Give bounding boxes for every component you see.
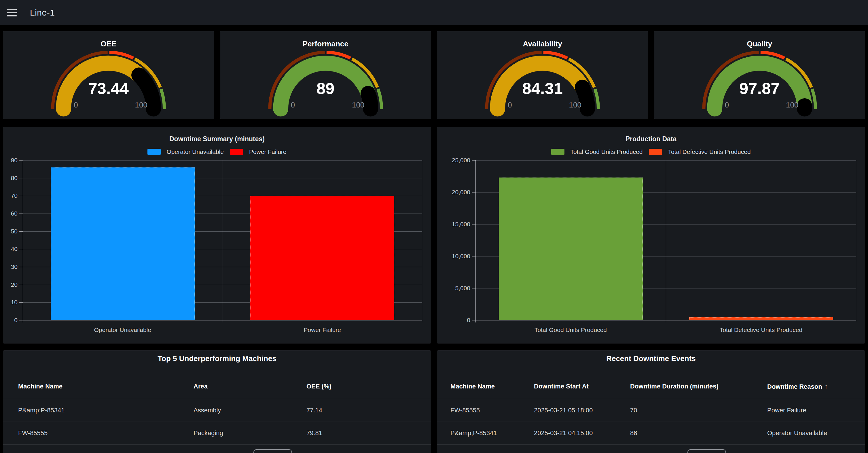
panel-downtime-summary-chart: Downtime Summary (minutes) Operator Unav…	[3, 127, 431, 343]
gauge-min-label: 0	[508, 100, 512, 110]
y-axis-tick	[19, 320, 23, 321]
table-pagination-button[interactable]	[687, 449, 726, 453]
gauge-max-label: 100	[786, 100, 798, 110]
table-body: FW-855552025-03-21 05:18:0070Power Failu…	[437, 399, 865, 445]
y-tick-label: 80	[3, 175, 18, 182]
table-cell: FW-85555	[18, 429, 193, 437]
legend-label: Total Good Units Produced	[570, 148, 643, 155]
panel-oee-gauge: OEE 73.44 0 100	[3, 31, 214, 119]
legend-item[interactable]: Operator Unavailable	[148, 148, 223, 155]
y-axis-tick	[472, 160, 475, 160]
y-tick-label: 10,000	[437, 253, 470, 260]
chart-title: Production Data	[437, 135, 865, 143]
y-tick-label: 50	[3, 228, 18, 235]
panel-performance-gauge: Performance 89 0 100	[220, 31, 431, 119]
table-cell: Assembly	[193, 406, 306, 414]
y-axis-tick	[472, 288, 475, 289]
panel-availability-gauge: Availability 84.31 0 100	[437, 31, 648, 119]
x-category-label: Total Defective Units Produced	[666, 327, 856, 333]
table-title: Top 5 Underperforming Machines	[3, 354, 431, 363]
y-axis-tick	[19, 160, 23, 160]
category-divider-line	[856, 160, 856, 323]
table-cell: 77.14	[306, 406, 422, 414]
legend-label: Total Defective Units Produced	[668, 148, 750, 155]
table-cell: FW-85555	[451, 406, 534, 414]
chart-title: Downtime Summary (minutes)	[3, 135, 431, 143]
legend-item[interactable]: Total Good Units Produced	[551, 148, 643, 155]
bar-total-defective-units-produced[interactable]	[689, 317, 833, 320]
table-cell: 2025-03-21 05:18:00	[534, 406, 630, 414]
table-row: FW-85555Packaging79.81	[3, 422, 431, 444]
x-category-label: Power Failure	[223, 327, 423, 333]
table-row: P&amp;P-853412025-03-21 04:15:0086Operat…	[437, 422, 865, 444]
y-axis-tick	[19, 302, 23, 303]
table-cell: Operator Unavailable	[767, 429, 856, 437]
gauge-value: 89	[220, 79, 431, 98]
y-tick-label: 70	[3, 192, 18, 199]
y-tick-label: 20	[3, 281, 18, 288]
y-tick-label: 60	[3, 210, 18, 217]
table-cell: 70	[630, 406, 767, 414]
column-header-downtime-duration-minutes-[interactable]: Downtime Duration (minutes)	[630, 383, 767, 390]
column-header-machine-name[interactable]: Machine Name	[18, 383, 193, 390]
gauge-max-label: 100	[569, 100, 581, 110]
table-cell: P&amp;P-85341	[451, 429, 534, 437]
legend-swatch-icon	[551, 149, 564, 155]
table-pagination-button[interactable]	[253, 449, 292, 453]
gauge-title: OEE	[3, 39, 214, 49]
menu-icon[interactable]	[7, 9, 17, 17]
top-navbar: Line-1	[0, 0, 868, 25]
y-axis-tick	[472, 256, 475, 256]
bar-total-good-units-produced[interactable]	[499, 178, 643, 320]
category-divider-line	[223, 160, 223, 323]
gauge-min-label: 0	[291, 100, 295, 110]
column-header-downtime-reason[interactable]: Downtime Reason↑	[767, 383, 856, 390]
table-title: Recent Downtime Events	[437, 354, 865, 363]
table-row-section: Top 5 Underperforming Machines Machine N…	[3, 351, 865, 453]
gauge-value: 84.31	[437, 79, 648, 98]
column-header-machine-name[interactable]: Machine Name	[451, 383, 534, 390]
y-tick-label: 0	[3, 317, 18, 324]
y-axis-tick	[472, 320, 475, 321]
y-tick-label: 90	[3, 157, 18, 164]
y-tick-label: 30	[3, 263, 18, 270]
bar-operator-unavailable[interactable]	[51, 168, 195, 320]
panel-production-data-chart: Production Data Total Good Units Produce…	[437, 127, 865, 343]
y-axis-tick	[19, 267, 23, 267]
y-axis-tick	[19, 249, 23, 249]
panel-recent-downtime-events-table: Recent Downtime Events Machine NameDownt…	[437, 351, 865, 453]
y-tick-label: 0	[437, 317, 470, 324]
legend-item[interactable]: Total Defective Units Produced	[649, 148, 750, 155]
table-header-row: Machine NameDowntime Start AtDowntime Du…	[437, 382, 865, 391]
table-cell: P&amp;P-85341	[18, 406, 193, 414]
y-axis-line	[475, 160, 476, 323]
table-cell: Packaging	[193, 429, 306, 437]
table-cell: 86	[630, 429, 767, 437]
legend-swatch-icon	[148, 149, 161, 155]
panel-underperforming-machines-table: Top 5 Underperforming Machines Machine N…	[3, 351, 431, 453]
bar-power-failure[interactable]	[250, 196, 394, 320]
dashboard-title: Line-1	[30, 8, 55, 18]
gauge-value: 97.87	[654, 79, 865, 98]
column-header-downtime-start-at[interactable]: Downtime Start At	[534, 383, 630, 390]
gauge-min-label: 0	[74, 100, 78, 110]
table-cell: Power Failure	[767, 406, 856, 414]
table-cell: 2025-03-21 04:15:00	[534, 429, 630, 437]
gauge-row: OEE 73.44 0 100 Performance 89 0 100 Ava…	[3, 31, 865, 119]
y-axis-tick	[472, 192, 475, 192]
gauge-max-label: 100	[352, 100, 364, 110]
column-header-area[interactable]: Area	[193, 383, 306, 390]
column-header-oee-[interactable]: OEE (%)	[306, 383, 422, 390]
table-row: FW-855552025-03-21 05:18:0070Power Failu…	[437, 399, 865, 422]
y-tick-label: 5,000	[437, 285, 470, 292]
y-tick-label: 20,000	[437, 189, 470, 196]
legend-item[interactable]: Power Failure	[230, 148, 286, 155]
table-header-row: Machine NameAreaOEE (%)	[3, 382, 431, 391]
chart-plot-area: 0102030405060708090Operator UnavailableP…	[23, 160, 422, 320]
table-cell: 79.81	[306, 429, 422, 437]
legend-swatch-icon	[230, 149, 243, 155]
legend-swatch-icon	[649, 149, 662, 155]
chart-legend: Total Good Units Produced Total Defectiv…	[437, 148, 865, 155]
category-divider-line	[422, 160, 422, 323]
y-tick-label: 15,000	[437, 221, 470, 228]
